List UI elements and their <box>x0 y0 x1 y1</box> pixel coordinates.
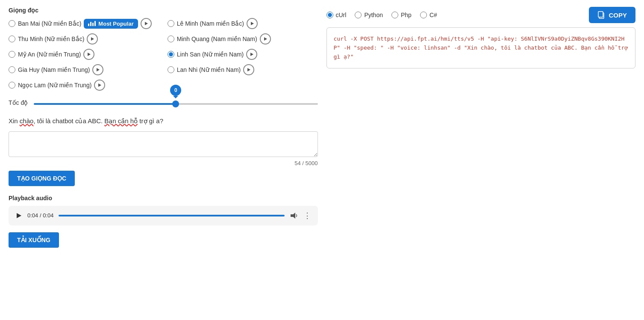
play-btn-my-an[interactable] <box>83 49 94 60</box>
text-chao: chào <box>20 117 34 124</box>
voice-grid: Ban Mai (Nữ miền Bắc) Most Popular <box>9 18 318 91</box>
code-tab-csharp[interactable]: C# <box>420 12 437 18</box>
play-btn-lan-nhi[interactable] <box>243 64 254 75</box>
audio-volume-button[interactable] <box>290 211 298 220</box>
play-btn-linh-san[interactable] <box>246 49 257 60</box>
play-btn-minh-quang[interactable] <box>260 33 271 44</box>
speed-tooltip: 0 <box>170 85 181 96</box>
audio-current-time: 0:04 <box>27 212 38 219</box>
audio-play-button[interactable] <box>15 212 22 219</box>
voice-label-ban-mai: Ban Mai (Nữ miền Bắc) <box>18 20 81 27</box>
voice-item-minh-quang[interactable]: Minh Quang (Nam miền Nam) <box>168 33 318 44</box>
voice-item-ngoc-lam[interactable]: Ngọc Lam (Nữ miền Trung) <box>9 80 159 91</box>
code-tab-curl-label: cUrl <box>336 12 347 18</box>
text-ban-can: Bạn cần hỗ <box>104 117 138 124</box>
playback-label: Playback audio <box>9 195 318 201</box>
svg-marker-0 <box>145 22 148 25</box>
text-toi: , tôi là chatbot của ABC. <box>33 117 104 124</box>
svg-marker-6 <box>264 37 267 41</box>
copy-button-label: COPY <box>609 12 627 19</box>
speed-row: Tốc độ 0 <box>9 99 318 106</box>
voice-label-thu-minh: Thu Minh (Nữ miền Bắc) <box>18 36 84 42</box>
download-button[interactable]: TẢI XUỐNG <box>9 232 59 248</box>
voice-label-le-minh: Lê Minh (Nam miền Bắc) <box>177 20 244 27</box>
svg-marker-5 <box>251 22 254 25</box>
svg-marker-7 <box>250 53 253 56</box>
voice-item-lan-nhi[interactable]: Lan Nhi (Nữ miền Nam) <box>168 64 318 75</box>
svg-marker-3 <box>97 68 100 71</box>
code-radio-python[interactable] <box>355 12 362 18</box>
text-tro-gi: trợ gì a? <box>138 117 163 124</box>
code-tab-php[interactable]: Php <box>391 12 412 18</box>
audio-time: 0:04 / 0:04 <box>27 212 53 219</box>
voice-radio-minh-quang[interactable] <box>168 36 174 42</box>
voice-radio-ngoc-lam[interactable] <box>9 82 15 89</box>
code-tab-python-label: Python <box>364 12 383 18</box>
play-icon <box>15 212 22 219</box>
svg-marker-4 <box>98 83 101 87</box>
voice-item-linh-san[interactable]: Linh San (Nữ miền Nam) <box>168 49 318 60</box>
svg-marker-8 <box>247 68 250 71</box>
code-block: curl -X POST https://api.fpt.ai/hmi/tts/… <box>326 27 636 68</box>
speed-label: Tốc độ <box>9 99 28 106</box>
code-radio-curl[interactable] <box>326 12 333 18</box>
code-tab-curl[interactable]: cUrl <box>326 12 347 18</box>
code-tab-python[interactable]: Python <box>355 12 383 18</box>
voice-label-lan-nhi: Lan Nhi (Nữ miền Nam) <box>177 66 241 73</box>
right-panel: cUrl Python Php C# COPY curl <box>326 7 636 248</box>
voice-radio-thu-minh[interactable] <box>9 36 15 42</box>
copy-button[interactable]: COPY <box>589 7 635 23</box>
svg-marker-9 <box>17 213 21 218</box>
voice-label-linh-san: Linh San (Nữ miền Nam) <box>177 51 244 58</box>
code-radio-php[interactable] <box>391 12 398 18</box>
create-voice-button[interactable]: TẠO GIỌNG ĐỌC <box>9 171 75 186</box>
voice-label-ngoc-lam: Ngọc Lam (Nữ miền Trung) <box>18 82 91 89</box>
play-btn-ngoc-lam[interactable] <box>94 80 105 91</box>
code-radio-csharp[interactable] <box>420 12 427 18</box>
code-tabs: cUrl Python Php C# COPY <box>326 7 636 23</box>
voice-radio-linh-san[interactable] <box>168 51 174 58</box>
most-popular-label: Most Popular <box>98 21 133 27</box>
text-xin: Xin <box>9 117 20 124</box>
svg-marker-2 <box>88 53 91 56</box>
voice-item-ban-mai[interactable]: Ban Mai (Nữ miền Bắc) Most Popular <box>9 18 159 29</box>
section-title: Giọng đọc <box>9 7 318 14</box>
most-popular-button[interactable]: Most Popular <box>84 19 138 29</box>
copy-icon <box>597 11 605 19</box>
svg-marker-10 <box>291 213 295 219</box>
play-btn-thu-minh[interactable] <box>87 33 98 44</box>
voice-item-le-minh[interactable]: Lê Minh (Nam miền Bắc) <box>168 18 318 29</box>
voice-radio-my-an[interactable] <box>9 51 15 58</box>
text-input-wrapper <box>9 131 318 158</box>
speed-slider-wrapper: 0 <box>34 99 318 106</box>
voice-label-gia-huy: Gia Huy (Nam miền Trung) <box>18 66 90 73</box>
audio-progress-bar[interactable] <box>59 215 284 216</box>
voice-radio-ban-mai[interactable] <box>9 20 15 27</box>
voice-radio-lan-nhi[interactable] <box>168 66 174 73</box>
text-input[interactable] <box>9 131 318 157</box>
speed-slider[interactable] <box>34 103 318 105</box>
play-btn-ban-mai[interactable] <box>141 18 152 29</box>
svg-rect-12 <box>598 12 603 17</box>
text-display: Xin chào, tôi là chatbot của ABC. Bạn cầ… <box>9 116 318 126</box>
play-btn-le-minh[interactable] <box>247 18 258 29</box>
voice-item-my-an[interactable]: Mỹ An (Nữ miền Trung) <box>9 49 159 60</box>
audio-more-button[interactable]: ⋮ <box>303 211 311 220</box>
voice-label-my-an: Mỹ An (Nữ miền Trung) <box>18 51 81 58</box>
voice-radio-le-minh[interactable] <box>168 20 174 27</box>
char-count: 54 / 5000 <box>9 160 318 166</box>
audio-player: 0:04 / 0:04 ⋮ <box>9 206 318 225</box>
audio-total-time: 0:04 <box>43 212 53 219</box>
play-btn-gia-huy[interactable] <box>92 64 103 75</box>
voice-label-minh-quang: Minh Quang (Nam miền Nam) <box>177 36 257 42</box>
voice-radio-gia-huy[interactable] <box>9 66 15 73</box>
voice-item-gia-huy[interactable]: Gia Huy (Nam miền Trung) <box>9 64 159 75</box>
code-tab-php-label: Php <box>401 12 412 18</box>
svg-marker-1 <box>91 37 94 41</box>
volume-icon <box>290 211 298 220</box>
bar-chart-icon <box>88 21 96 26</box>
voice-item-thu-minh[interactable]: Thu Minh (Nữ miền Bắc) <box>9 33 159 44</box>
code-tab-csharp-label: C# <box>429 12 437 18</box>
